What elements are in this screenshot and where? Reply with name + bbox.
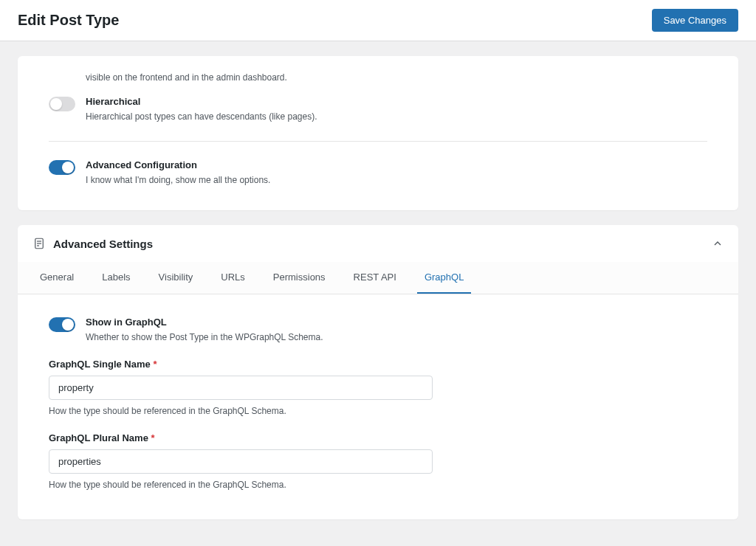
advanced-config-label: Advanced Configuration (86, 159, 270, 170)
chevron-up-icon (712, 238, 724, 249)
graphql-single-name-label: GraphQL Single Name * (49, 359, 707, 370)
show-in-graphql-desc: Whether to show the Post Type in the WPG… (86, 331, 323, 344)
top-bar: Edit Post Type Save Changes (0, 0, 756, 41)
graphql-plural-name-field: GraphQL Plural Name * How the type shoul… (49, 432, 707, 490)
tab-general[interactable]: General (32, 262, 81, 294)
advanced-config-desc: I know what I'm doing, show me all the o… (86, 173, 270, 187)
tab-rest-api[interactable]: REST API (346, 262, 404, 294)
advanced-settings-header[interactable]: Advanced Settings (18, 225, 738, 262)
graphql-plural-name-input[interactable] (49, 449, 433, 474)
save-changes-button[interactable]: Save Changes (652, 9, 738, 32)
show-in-graphql-toggle[interactable] (49, 317, 75, 332)
graphql-plural-name-help: How the type should be referenced in the… (49, 480, 707, 490)
hierarchical-desc: Hierarchical post types can have descend… (86, 110, 317, 123)
required-indicator: * (151, 432, 154, 443)
graphql-plural-name-label-text: GraphQL Plural Name (49, 432, 148, 443)
divider (49, 141, 707, 142)
tabs: General Labels Visibility URLs Permissio… (18, 262, 738, 294)
hierarchical-toggle[interactable] (49, 97, 75, 111)
required-indicator: * (153, 359, 157, 370)
document-icon (32, 237, 46, 250)
page-title: Edit Post Type (18, 12, 119, 29)
graphql-single-name-input[interactable] (49, 376, 433, 400)
advanced-settings-card: Advanced Settings General Labels Visibil… (18, 225, 738, 519)
show-in-graphql-row: Show in GraphQL Whether to show the Post… (49, 317, 707, 344)
tab-labels[interactable]: Labels (94, 262, 137, 294)
show-in-graphql-label: Show in GraphQL (86, 317, 323, 328)
tab-permissions[interactable]: Permissions (266, 262, 333, 294)
graphql-plural-name-label: GraphQL Plural Name * (49, 432, 707, 443)
tab-graphql[interactable]: GraphQL (417, 262, 471, 294)
tab-visibility[interactable]: Visibility (151, 262, 201, 294)
partial-desc: visible on the frontend and in the admin… (86, 71, 707, 84)
graphql-single-name-help: How the type should be referenced in the… (49, 406, 707, 416)
tab-urls[interactable]: URLs (213, 262, 252, 294)
graphql-single-name-field: GraphQL Single Name * How the type shoul… (49, 359, 707, 416)
advanced-settings-title: Advanced Settings (53, 238, 153, 250)
graphql-panel: Show in GraphQL Whether to show the Post… (18, 294, 738, 519)
graphql-single-name-label-text: GraphQL Single Name (49, 359, 151, 370)
basic-settings-card: visible on the frontend and in the admin… (18, 56, 738, 210)
advanced-config-row: Advanced Configuration I know what I'm d… (49, 159, 707, 187)
hierarchical-label: Hierarchical (86, 96, 317, 107)
advanced-config-toggle[interactable] (49, 160, 75, 175)
hierarchical-row: Hierarchical Hierarchical post types can… (49, 96, 707, 123)
